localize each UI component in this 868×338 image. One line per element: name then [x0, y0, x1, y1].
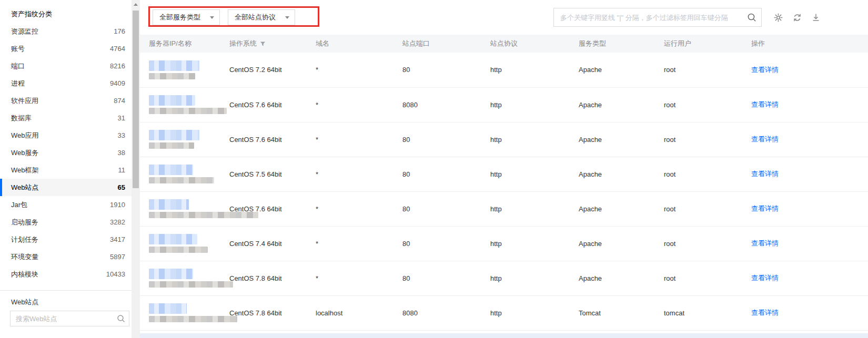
scrollbar-thumb[interactable]: [133, 11, 139, 188]
sidebar-search: [10, 311, 129, 326]
cell-server: [140, 295, 229, 330]
sidebar-category-item[interactable]: 资源监控 176: [0, 23, 132, 40]
cell-protocol: http: [490, 226, 579, 261]
cell-server: [140, 157, 229, 191]
view-details-link[interactable]: 查看详情: [751, 170, 779, 178]
view-details-link[interactable]: 查看详情: [751, 239, 779, 247]
cell-domain: *: [316, 191, 402, 226]
view-details-link[interactable]: 查看详情: [751, 66, 779, 74]
masked-server-ip[interactable]: [149, 165, 193, 175]
table-row: CentOS 7.6 64bit * 80 http Apache root 查…: [140, 191, 868, 226]
masked-server-ip[interactable]: [149, 95, 195, 106]
cell-domain: *: [316, 226, 402, 261]
category-label: 数据库: [11, 114, 32, 123]
sidebar-title: 资产指纹分类: [0, 5, 132, 23]
cell-server: [140, 191, 229, 226]
cell-protocol: http: [490, 295, 579, 330]
sidebar-category-item[interactable]: Jar包 1910: [0, 196, 132, 213]
masked-server-ip[interactable]: [149, 60, 199, 71]
cell-port: 80: [402, 122, 490, 157]
sidebar-category-item[interactable]: Web服务 38: [0, 144, 132, 161]
category-count: 4764: [110, 45, 125, 53]
view-details-link[interactable]: 查看详情: [751, 309, 779, 316]
cell-port: 80: [402, 157, 490, 191]
sidebar-category-item[interactable]: 内核模块 10433: [0, 265, 132, 283]
table-row: CentOS 7.6 64bit * 8080 http Apache root…: [140, 87, 868, 122]
cell-service-type: Tomcat: [579, 295, 664, 330]
view-details-link[interactable]: 查看详情: [751, 100, 779, 108]
category-count: 1910: [110, 201, 125, 209]
sidebar-category-item[interactable]: 数据库 31: [0, 109, 132, 127]
masked-server-ip[interactable]: [149, 199, 189, 210]
cell-domain: *: [316, 53, 402, 87]
view-details-link[interactable]: 查看详情: [751, 274, 779, 282]
cell-os: CentOS 7.5 64bit: [229, 157, 316, 191]
category-count: 38: [118, 149, 125, 157]
cell-protocol: http: [490, 122, 579, 157]
table-row: CentOS 7.4 64bit * 80 http Apache root 查…: [140, 226, 868, 261]
sidebar-category-item[interactable]: 计划任务 3417: [0, 231, 132, 248]
col-header-user: 运行用户: [664, 35, 751, 53]
cell-protocol: http: [490, 53, 579, 87]
cell-domain: localhost: [316, 295, 402, 330]
site-protocol-dropdown-label: 全部站点协议: [235, 13, 276, 22]
keyword-search-input[interactable]: [553, 8, 762, 27]
settings-gear-icon[interactable]: [773, 13, 783, 22]
sidebar-category-item[interactable]: 进程 9409: [0, 75, 132, 92]
cell-server: [140, 87, 229, 122]
cell-protocol: http: [490, 87, 579, 122]
masked-server-ip[interactable]: [149, 269, 193, 279]
cell-port: 80: [402, 191, 490, 226]
cell-os: CentOS 7.8 64bit: [229, 295, 316, 330]
col-header-protocol: 站点协议: [490, 35, 579, 53]
masked-server-ip[interactable]: [149, 130, 199, 140]
sidebar-category-item[interactable]: 软件应用 874: [0, 92, 132, 109]
category-sidebar: 资产指纹分类 资源监控 176 账号 4764 端口 8216 进程 9409 …: [0, 0, 132, 338]
chevron-down-icon: [285, 16, 289, 19]
category-label: 软件应用: [11, 96, 38, 106]
col-header-domain: 域名: [316, 35, 402, 53]
category-count: 65: [118, 183, 125, 191]
sidebar-category-item[interactable]: 环境变量 5897: [0, 248, 132, 265]
search-icon[interactable]: [117, 314, 125, 323]
category-count: 33: [118, 131, 125, 139]
masked-server-ip[interactable]: [149, 234, 197, 244]
download-icon[interactable]: [811, 13, 821, 22]
site-protocol-dropdown[interactable]: 全部站点协议: [228, 9, 295, 25]
refresh-icon[interactable]: [792, 13, 802, 22]
cell-domain: *: [316, 87, 402, 122]
scrollbar-up-arrow[interactable]: [132, 0, 140, 9]
cell-domain: *: [316, 261, 402, 295]
sidebar-search-input[interactable]: [10, 311, 129, 326]
service-type-dropdown[interactable]: 全部服务类型: [153, 9, 220, 25]
cell-os: CentOS 7.4 64bit: [229, 226, 316, 261]
search-icon[interactable]: [747, 13, 756, 22]
table-row: CentOS 7.6 64bit * 80 http Apache root 查…: [140, 122, 868, 157]
view-details-link[interactable]: 查看详情: [751, 135, 779, 143]
cell-service-type: Apache: [579, 226, 664, 261]
sidebar-category-item[interactable]: 端口 8216: [0, 57, 132, 75]
web-sites-table: 服务器IP/名称 操作系统 域名 站点端口 站点协: [140, 35, 868, 331]
cell-os: CentOS 7.6 64bit: [229, 191, 316, 226]
category-label: 资源监控: [11, 27, 38, 36]
cell-service-type: Apache: [579, 122, 664, 157]
category-label: 进程: [11, 79, 25, 88]
view-details-link[interactable]: 查看详情: [751, 204, 779, 212]
vertical-scrollbar[interactable]: [132, 0, 140, 338]
cell-service-type: Apache: [579, 157, 664, 191]
masked-server-ip[interactable]: [149, 303, 187, 314]
sidebar-category-item[interactable]: 启动服务 3282: [0, 213, 132, 231]
cell-service-type: Apache: [579, 261, 664, 295]
category-label: Web服务: [11, 148, 39, 158]
category-count: 874: [114, 97, 125, 105]
category-list: 资源监控 176 账号 4764 端口 8216 进程 9409 软件应用 87…: [0, 23, 132, 283]
filter-funnel-icon[interactable]: [260, 41, 266, 47]
sidebar-category-item[interactable]: Web站点 65: [0, 179, 132, 196]
sidebar-category-item[interactable]: 账号 4764: [0, 40, 132, 57]
cell-port: 80: [402, 261, 490, 295]
masked-server-name: [149, 316, 237, 322]
sidebar-category-item[interactable]: Web框架 11: [0, 161, 132, 179]
table-row: CentOS 7.2 64bit * 80 http Apache root 查…: [140, 53, 868, 87]
category-label: 账号: [11, 44, 25, 54]
sidebar-category-item[interactable]: Web应用 33: [0, 127, 132, 144]
